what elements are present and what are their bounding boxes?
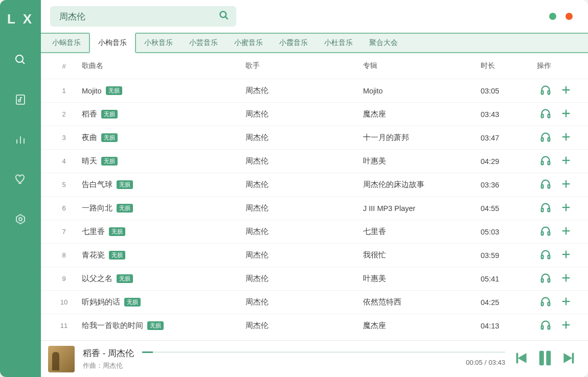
- song-name: 以父之名无损: [82, 274, 245, 284]
- add-button[interactable]: [560, 131, 572, 144]
- svg-marker-7: [16, 215, 25, 224]
- listen-button[interactable]: [540, 319, 551, 332]
- listen-button[interactable]: [540, 296, 551, 309]
- listen-button[interactable]: [540, 178, 551, 191]
- nav-charts[interactable]: [8, 127, 33, 152]
- svg-rect-35: [541, 232, 544, 235]
- table-row[interactable]: 5告白气球无损周杰伦周杰伦的床边故事03:36: [41, 173, 588, 196]
- tab-5[interactable]: 小霞音乐: [271, 33, 316, 52]
- listen-button[interactable]: [540, 225, 551, 238]
- add-button[interactable]: [560, 155, 572, 168]
- add-button[interactable]: [560, 225, 572, 238]
- svg-rect-16: [548, 114, 550, 117]
- song-album: J III MP3 Player: [363, 204, 481, 213]
- progress-track[interactable]: [142, 351, 505, 353]
- add-button[interactable]: [560, 272, 572, 285]
- nav-favorites[interactable]: [8, 167, 33, 192]
- close-button[interactable]: [566, 13, 573, 20]
- window-controls: [549, 13, 578, 20]
- add-button[interactable]: [560, 84, 572, 97]
- row-index: 4: [46, 157, 82, 165]
- row-ops: [537, 202, 588, 215]
- table-row[interactable]: 11给我一首歌的时间无损周杰伦魔杰座04:13: [41, 314, 588, 337]
- svg-point-0: [16, 55, 23, 62]
- col-index: #: [46, 62, 82, 70]
- table-row[interactable]: 2稻香无损周杰伦魔杰座03:43: [41, 102, 588, 126]
- listen-button[interactable]: [540, 131, 551, 144]
- listen-button[interactable]: [540, 84, 551, 97]
- album-cover[interactable]: [48, 346, 75, 372]
- col-artist: 歌手: [245, 61, 363, 70]
- table-row[interactable]: 8青花瓷无损周杰伦我很忙03:59: [41, 243, 588, 267]
- song-artist: 周杰伦: [245, 203, 363, 213]
- prev-button[interactable]: [513, 350, 529, 368]
- table-row[interactable]: 9以父之名无损周杰伦叶惠美05:41: [41, 267, 588, 290]
- listen-button[interactable]: [540, 155, 551, 168]
- svg-rect-23: [541, 161, 544, 164]
- lossless-badge: 无损: [101, 133, 118, 142]
- song-album: 魔杰座: [363, 109, 481, 119]
- listen-button[interactable]: [540, 108, 551, 121]
- col-duration: 时长: [481, 61, 537, 70]
- row-index: 2: [46, 110, 82, 118]
- row-index: 11: [46, 322, 82, 329]
- song-duration: 04:25: [481, 298, 537, 307]
- add-button[interactable]: [560, 249, 572, 262]
- add-button[interactable]: [560, 108, 572, 121]
- table-row[interactable]: 6一路向北无损周杰伦J III MP3 Player04:55: [41, 196, 588, 220]
- listen-button[interactable]: [540, 272, 551, 285]
- add-button[interactable]: [560, 178, 572, 191]
- lossless-badge: 无损: [117, 204, 133, 213]
- player-controls: [513, 349, 577, 369]
- add-button[interactable]: [560, 296, 572, 309]
- svg-point-8: [19, 218, 22, 221]
- tab-6[interactable]: 小杜音乐: [316, 33, 361, 52]
- nav-search[interactable]: [8, 48, 33, 72]
- row-index: 3: [46, 134, 82, 142]
- tab-4[interactable]: 小蜜音乐: [226, 33, 271, 52]
- pause-button[interactable]: [536, 349, 554, 369]
- now-playing-title: 稻香 - 周杰伦: [83, 347, 134, 359]
- col-album: 专辑: [363, 61, 481, 70]
- tab-2[interactable]: 小秋音乐: [136, 33, 181, 52]
- tab-0[interactable]: 小蜗音乐: [44, 33, 89, 52]
- nav-playlist[interactable]: [8, 87, 33, 112]
- minimize-button[interactable]: [549, 13, 556, 20]
- tab-7[interactable]: 聚合大会: [361, 33, 406, 52]
- row-ops: [537, 319, 588, 332]
- progress-area[interactable]: 00:05/03:43: [142, 349, 505, 369]
- svg-rect-27: [541, 185, 544, 188]
- row-ops: [537, 131, 588, 144]
- svg-rect-12: [548, 91, 550, 94]
- table-row[interactable]: 1Mojito无损周杰伦Mojito03:05: [41, 79, 588, 102]
- listen-button[interactable]: [540, 202, 551, 215]
- lossless-badge: 无损: [124, 298, 141, 307]
- row-index: 9: [46, 275, 82, 282]
- add-button[interactable]: [560, 319, 572, 332]
- time-display: 00:05/03:43: [466, 359, 505, 366]
- listen-button[interactable]: [540, 249, 551, 262]
- next-button[interactable]: [561, 350, 577, 368]
- search-button[interactable]: [219, 10, 229, 22]
- svg-rect-19: [541, 138, 544, 141]
- svg-rect-44: [548, 279, 550, 282]
- add-button[interactable]: [560, 202, 572, 215]
- table-row[interactable]: 10听妈妈的话无损周杰伦依然范特西04:25: [41, 290, 588, 314]
- song-album: 叶惠美: [363, 274, 481, 284]
- song-artist: 周杰伦: [245, 109, 363, 119]
- nav-settings[interactable]: [8, 207, 33, 231]
- table-row[interactable]: 4晴天无损周杰伦叶惠美04:29: [41, 149, 588, 173]
- table-row[interactable]: 3夜曲无损周杰伦十一月的萧邦03:47: [41, 126, 588, 149]
- song-name: 听妈妈的话无损: [82, 297, 245, 307]
- search-input[interactable]: [50, 6, 236, 27]
- lossless-badge: 无损: [117, 274, 133, 283]
- tab-1[interactable]: 小枸音乐: [89, 33, 136, 53]
- sidebar: L X: [0, 0, 41, 377]
- svg-line-10: [225, 17, 228, 19]
- music-file-icon: [14, 93, 27, 106]
- lossless-badge: 无损: [101, 157, 118, 166]
- tab-3[interactable]: 小芸音乐: [181, 33, 226, 52]
- table-row[interactable]: 7七里香无损周杰伦七里香05:03: [41, 220, 588, 243]
- song-duration: 03:47: [481, 134, 537, 142]
- row-ops: [537, 249, 588, 262]
